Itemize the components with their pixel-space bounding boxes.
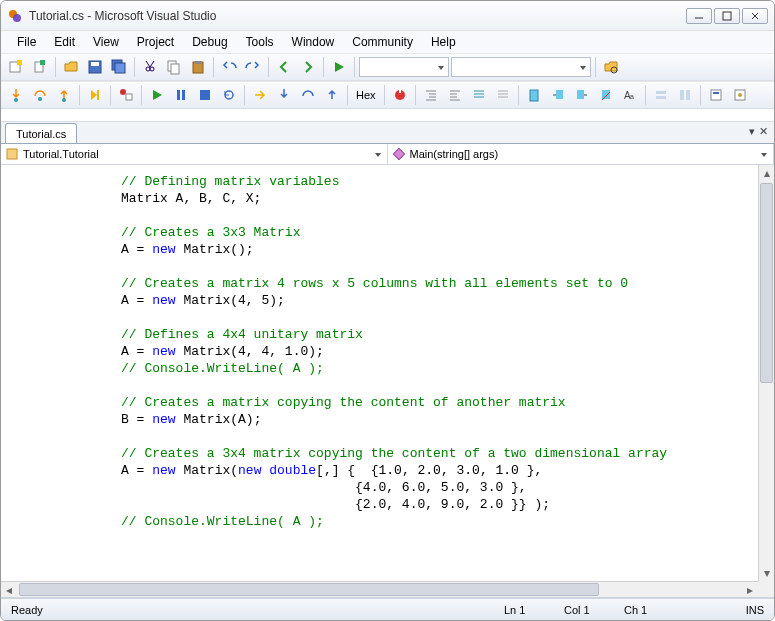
tab-dropdown-icon[interactable]: ▾ <box>749 125 755 138</box>
start-debug-button[interactable] <box>328 56 350 78</box>
svg-rect-45 <box>556 90 563 99</box>
step-over2-button[interactable] <box>297 84 319 106</box>
maximize-button[interactable] <box>714 8 740 24</box>
menu-window[interactable]: Window <box>284 33 343 51</box>
class-view-button[interactable] <box>729 84 751 106</box>
menu-bar: File Edit View Project Debug Tools Windo… <box>1 31 774 53</box>
status-ch: Ch 1 <box>624 604 684 616</box>
bookmark-next-button[interactable] <box>571 84 593 106</box>
separator <box>141 85 142 105</box>
menu-debug[interactable]: Debug <box>184 33 235 51</box>
copy-button[interactable] <box>163 56 185 78</box>
svg-rect-46 <box>577 90 584 99</box>
pause-button[interactable] <box>170 84 192 106</box>
attach-button[interactable] <box>389 84 411 106</box>
vertical-scrollbar[interactable]: ▴▾ <box>758 165 774 581</box>
svg-rect-51 <box>656 91 666 94</box>
option1-button[interactable] <box>650 84 672 106</box>
svg-point-58 <box>738 93 742 97</box>
stop-button[interactable] <box>194 84 216 106</box>
option2-button[interactable] <box>674 84 696 106</box>
step-out-button[interactable] <box>53 84 75 106</box>
status-ready: Ready <box>11 604 71 616</box>
menu-edit[interactable]: Edit <box>46 33 83 51</box>
menu-help[interactable]: Help <box>423 33 464 51</box>
menu-project[interactable]: Project <box>129 33 182 51</box>
separator <box>518 85 519 105</box>
title-bar: Tutorial.cs - Microsoft Visual Studio <box>1 1 774 31</box>
bookmark-prev-button[interactable] <box>547 84 569 106</box>
svg-rect-11 <box>91 62 99 66</box>
minimize-button[interactable] <box>686 8 712 24</box>
uncomment-button[interactable] <box>492 84 514 106</box>
menu-community[interactable]: Community <box>344 33 421 51</box>
separator <box>134 57 135 77</box>
tab-close-icon[interactable]: ✕ <box>759 125 768 138</box>
bookmark-button[interactable] <box>523 84 545 106</box>
config-combo[interactable] <box>359 57 449 77</box>
add-item-button[interactable] <box>29 56 51 78</box>
svg-rect-9 <box>40 60 45 65</box>
comment-button[interactable] <box>468 84 490 106</box>
code-editor[interactable]: // Defining matrix variables Matrix A, B… <box>1 165 758 581</box>
platform-combo[interactable] <box>451 57 591 77</box>
toolbar-2: Hex Aa <box>1 81 774 109</box>
menu-view[interactable]: View <box>85 33 127 51</box>
svg-rect-3 <box>723 12 731 20</box>
svg-rect-52 <box>656 96 666 99</box>
window-buttons <box>686 8 768 24</box>
separator <box>55 57 56 77</box>
new-project-button[interactable] <box>5 56 27 78</box>
save-all-button[interactable] <box>108 56 130 78</box>
horizontal-scrollbar[interactable]: ◂▸ <box>1 581 758 597</box>
redo-button[interactable] <box>242 56 264 78</box>
menu-tools[interactable]: Tools <box>238 33 282 51</box>
member-nav-combo[interactable]: Main(string[] args) <box>388 144 775 164</box>
separator <box>213 57 214 77</box>
show-next-button[interactable] <box>249 84 271 106</box>
document-tab[interactable]: Tutorial.cs <box>5 123 77 143</box>
breakpoints-button[interactable] <box>115 84 137 106</box>
indent-less-button[interactable] <box>420 84 442 106</box>
svg-rect-7 <box>17 60 22 65</box>
show-next-statement-button[interactable] <box>84 84 106 106</box>
separator <box>645 85 646 105</box>
hex-button[interactable]: Hex <box>352 84 380 106</box>
paste-button[interactable] <box>187 56 209 78</box>
type-nav-combo[interactable]: Tutorial.Tutorial <box>1 144 388 164</box>
close-button[interactable] <box>742 8 768 24</box>
indent-more-button[interactable] <box>444 84 466 106</box>
svg-rect-29 <box>399 89 401 93</box>
cut-button[interactable] <box>139 56 161 78</box>
svg-rect-59 <box>7 149 17 159</box>
type-nav-label: Tutorial.Tutorial <box>23 148 99 160</box>
open-button[interactable] <box>60 56 82 78</box>
svg-rect-54 <box>686 90 690 100</box>
find-in-files-button[interactable] <box>600 56 622 78</box>
status-line: Ln 1 <box>504 604 564 616</box>
status-ins: INS <box>684 604 764 616</box>
restart-button[interactable] <box>218 84 240 106</box>
status-bar: Ready Ln 1 Col 1 Ch 1 INS <box>1 598 774 620</box>
svg-rect-24 <box>126 94 132 100</box>
separator <box>595 57 596 77</box>
nav-fwd-button[interactable] <box>297 56 319 78</box>
bookmark-clear-button[interactable] <box>595 84 617 106</box>
separator <box>268 57 269 77</box>
step-out2-button[interactable] <box>321 84 343 106</box>
tab-label: Tutorial.cs <box>16 128 66 140</box>
status-col: Col 1 <box>564 604 624 616</box>
method-icon <box>392 147 406 161</box>
step-over-button[interactable] <box>29 84 51 106</box>
nav-back-button[interactable] <box>273 56 295 78</box>
play-button[interactable] <box>146 84 168 106</box>
save-button[interactable] <box>84 56 106 78</box>
undo-button[interactable] <box>218 56 240 78</box>
step-into2-button[interactable] <box>273 84 295 106</box>
object-browser-button[interactable] <box>705 84 727 106</box>
step-into-button[interactable] <box>5 84 27 106</box>
svg-point-23 <box>120 89 126 95</box>
nav-bar: Tutorial.Tutorial Main(string[] args) <box>1 143 774 165</box>
font-size-button[interactable]: Aa <box>619 84 641 106</box>
menu-file[interactable]: File <box>9 33 44 51</box>
